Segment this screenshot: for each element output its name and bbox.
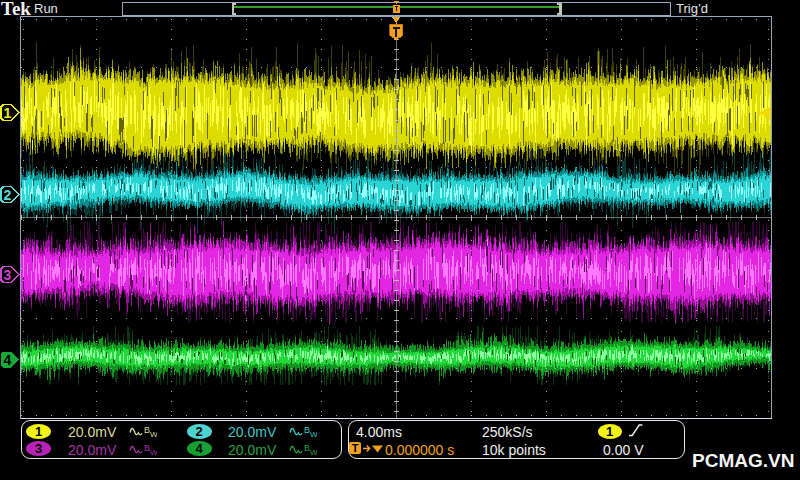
svg-text:4: 4	[4, 352, 12, 368]
svg-text:2: 2	[4, 187, 12, 203]
svg-text:3: 3	[4, 267, 12, 283]
svg-text:1: 1	[4, 105, 12, 121]
svg-text:W: W	[150, 430, 157, 439]
svg-text:W: W	[310, 430, 317, 439]
svg-text:W: W	[310, 448, 317, 457]
svg-text:W: W	[150, 448, 157, 457]
